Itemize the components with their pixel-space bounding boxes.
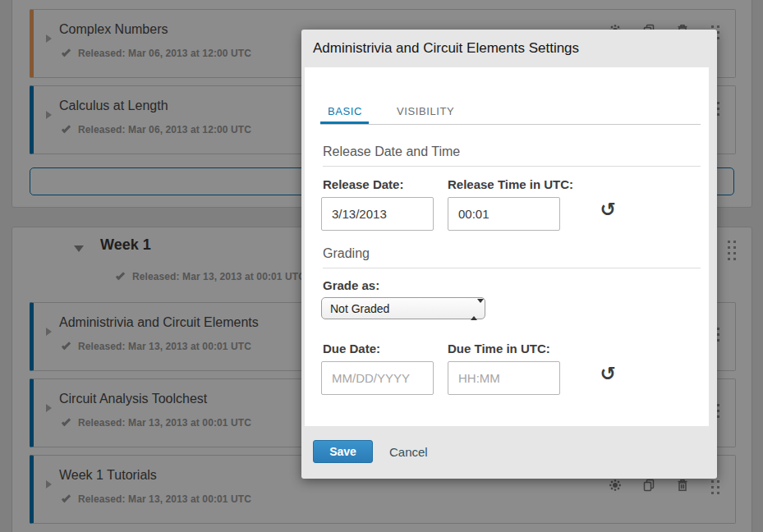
reset-release-icon[interactable]: ↻ <box>597 199 618 220</box>
release-time-label: Release Time in UTC: <box>448 177 573 191</box>
grade-as-select[interactable]: Not Graded <box>321 297 485 319</box>
due-date-label: Due Date: <box>323 342 380 355</box>
grading-section-heading: Grading <box>323 246 370 261</box>
modal-body: BASIC VISIBILITY Release Date and Time R… <box>305 67 709 426</box>
release-date-input[interactable] <box>321 197 434 231</box>
divider <box>323 166 701 167</box>
subsection-settings-modal: Administrivia and Circuit Elements Setti… <box>301 30 717 479</box>
reset-due-icon[interactable]: ↻ <box>597 363 618 384</box>
studio-outline-screen: Complex Numbers Released: Mar 06, 2013 a… <box>0 0 763 532</box>
due-time-label: Due Time in UTC: <box>448 342 550 355</box>
grade-as-label: Grade as: <box>323 278 379 292</box>
modal-title: Administrivia and Circuit Elements Setti… <box>313 40 579 57</box>
grade-as-value: Not Graded <box>330 302 389 315</box>
select-arrows-icon <box>471 303 477 316</box>
release-time-input[interactable] <box>448 197 560 231</box>
divider <box>323 268 701 268</box>
tab-basic[interactable]: BASIC <box>328 105 362 117</box>
save-button[interactable]: Save <box>313 440 373 463</box>
tabs-divider <box>320 124 701 125</box>
release-date-label: Release Date: <box>323 177 403 191</box>
cancel-button[interactable]: Cancel <box>389 445 428 459</box>
release-section-heading: Release Date and Time <box>323 144 460 159</box>
due-time-input[interactable] <box>448 361 560 395</box>
tab-visibility[interactable]: VISIBILITY <box>397 105 454 117</box>
due-date-input[interactable] <box>321 361 434 395</box>
